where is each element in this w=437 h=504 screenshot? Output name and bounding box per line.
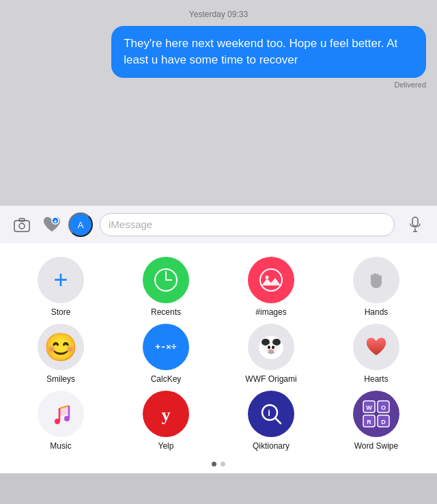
app-item-qiktionary[interactable]: i Qiktionary [221,391,321,451]
svg-rect-6 [412,217,418,226]
svg-point-29 [64,416,70,421]
svg-point-28 [55,419,60,424]
message-input[interactable]: iMessage [100,213,395,236]
svg-point-1 [19,223,25,229]
images-icon [248,257,294,303]
hands-label: Hands [365,307,389,317]
svg-text:O: O [381,404,386,411]
svg-text:W: W [366,404,372,411]
music-icon [38,391,84,437]
svg-line-32 [275,418,281,423]
store-label: Store [51,307,71,317]
svg-rect-2 [19,219,25,221]
heart-sticker-button[interactable]: ✦ [38,211,66,238]
svg-text:i: i [268,408,270,418]
svg-point-17 [262,339,270,346]
app-item-recents[interactable]: Recents [116,257,216,317]
app-item-yelp[interactable]: y Yelp [116,391,216,451]
wwf-label: WWF Origami [245,374,296,384]
svg-point-22 [268,346,270,349]
app-item-wordswipe[interactable]: W O R D Word Swipe [326,391,426,451]
app-item-hands[interactable]: Hands [326,257,426,317]
app-drawer: + Store Recents [0,243,437,473]
wordswipe-icon: W O R D [353,391,399,437]
wwf-icon [248,324,294,370]
app-item-hearts[interactable]: Hearts [326,324,426,384]
svg-point-24 [268,350,274,353]
hands-icon [353,257,399,303]
message-toolbar: ✦ A iMessage [0,205,437,243]
app-item-store[interactable]: + Store [11,257,111,317]
message-placeholder: iMessage [109,219,152,230]
app-item-images[interactable]: #images [221,257,321,317]
qiktionary-label: Qiktionary [253,441,290,451]
camera-button[interactable] [8,211,36,238]
yelp-icon: y [143,391,189,437]
music-label: Music [50,441,71,451]
mic-button[interactable] [401,211,429,238]
svg-point-12 [260,269,282,291]
recents-label: Recents [151,307,181,317]
app-grid: + Store Recents [11,257,426,451]
app-item-wwf[interactable]: WWF Origami [221,324,321,384]
svg-point-23 [272,346,274,349]
svg-point-13 [266,276,269,279]
sent-message-bubble: They're here next weekend too. Hope u fe… [111,26,426,78]
app-item-calckey[interactable]: +-×÷ CalcKey [116,324,216,384]
svg-text:D: D [381,419,386,425]
svg-text:R: R [367,419,371,425]
smileys-icon: 😊 [38,324,84,370]
svg-text:y: y [162,405,171,425]
calckey-label: CalcKey [151,374,182,384]
svg-point-18 [272,339,281,346]
recents-icon [143,257,189,303]
svg-text:+-×÷: +-×÷ [155,341,176,352]
hearts-icon [353,324,399,370]
wordswipe-label: Word Swipe [354,441,398,451]
svg-text:✦: ✦ [53,219,57,224]
calckey-icon: +-×÷ [143,324,189,370]
svg-text:A: A [78,220,84,230]
qiktionary-icon: i [248,391,294,437]
pagination [11,462,426,466]
images-label: #images [255,307,286,317]
app-item-music[interactable]: Music [11,391,111,451]
smileys-label: Smileys [46,374,75,384]
pagination-dot-active[interactable] [212,462,216,466]
svg-rect-0 [14,221,29,232]
store-icon: + [38,257,84,303]
appstore-button[interactable]: A [68,212,93,237]
messages-area: Yesterday 09:33 They're here next weeken… [0,0,437,205]
app-item-smileys[interactable]: 😊 Smileys [11,324,111,384]
pagination-dot-inactive[interactable] [221,462,225,466]
yelp-label: Yelp [158,441,174,451]
message-timestamp: Yesterday 09:33 [189,10,248,19]
message-status: Delivered [395,81,426,89]
hearts-label: Hearts [364,374,388,384]
